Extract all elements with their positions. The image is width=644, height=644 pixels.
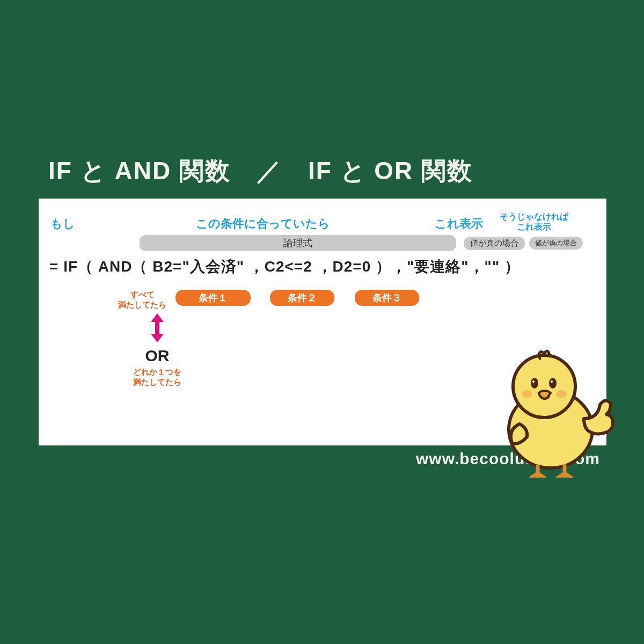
cond-pill-2: 条件２	[270, 290, 334, 306]
cond-pill-1: 条件１	[175, 290, 251, 306]
and-or-arrow-block: OR どれか１つを満たしてたら	[133, 313, 181, 387]
pill-true: 値が真の場合	[464, 237, 525, 250]
svg-point-7	[522, 390, 532, 398]
cond-pill-3: 条件３	[355, 290, 419, 306]
svg-marker-0	[151, 313, 164, 342]
header-false: そうじゃなければこれ表示	[494, 211, 569, 232]
or-label: OR	[133, 347, 181, 365]
pill-false: 値が偽の場合	[529, 237, 583, 250]
header-true: これ表示	[419, 216, 494, 232]
svg-point-3	[531, 378, 538, 389]
svg-point-2	[513, 355, 575, 418]
argument-label-row: 論理式 値が真の場合 値が偽の場合	[48, 235, 597, 251]
note-or-any: どれか１つを満たしてたら	[133, 367, 181, 387]
svg-point-8	[556, 390, 567, 398]
double-arrow-icon	[148, 313, 167, 342]
formula-text: = IF（ AND（ B2="入会済" ，C2<=2 ，D2=0 ），"要連絡"…	[48, 257, 597, 277]
pill-logic: 論理式	[140, 235, 456, 251]
svg-point-4	[549, 378, 557, 389]
svg-point-6	[551, 380, 553, 383]
header-row: もし この条件に合っていたら これ表示 そうじゃなければこれ表示	[48, 211, 597, 232]
header-moshi: もし	[48, 216, 107, 232]
note-and-all: すべて満たしてたら	[118, 290, 166, 310]
header-condition: この条件に合っていたら	[107, 216, 419, 232]
page-title: IF と AND 関数 ／ IF と OR 関数	[48, 155, 473, 188]
svg-point-5	[532, 380, 535, 383]
mascot-chick-icon	[486, 338, 620, 478]
condition-pill-row: 条件１ 条件２ 条件３	[175, 290, 419, 306]
